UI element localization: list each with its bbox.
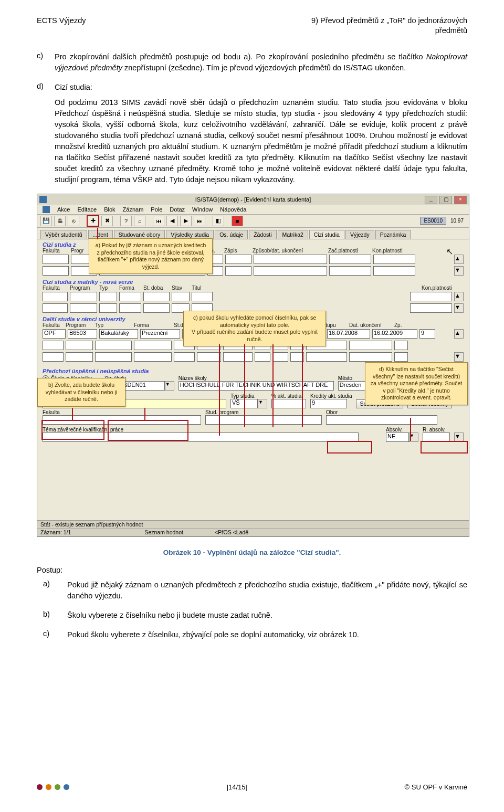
tab-zadosti[interactable]: Žádosti	[249, 230, 276, 239]
input-field[interactable]	[394, 341, 408, 350]
input-field[interactable]	[329, 266, 371, 276]
studprogram-field[interactable]	[205, 415, 322, 425]
scroll-down-icon[interactable]: ▼	[454, 266, 464, 276]
typstudia-field[interactable]: VŠ	[230, 399, 258, 408]
input-field[interactable]	[306, 352, 347, 362]
fakulta-field[interactable]: OPF	[43, 329, 66, 339]
input-field[interactable]	[225, 255, 251, 264]
menu-item[interactable]: Dotaz	[170, 206, 185, 213]
nazev-skoly-field[interactable]: HOCHSCHULE FÜR TECHNIK UND WIRTSCHAFT DR…	[178, 381, 334, 391]
tab-cizistudia[interactable]: Cizí studia	[309, 230, 344, 239]
maximize-button[interactable]: ▢	[439, 196, 452, 204]
minimize-button[interactable]: _	[425, 196, 437, 204]
input-field[interactable]	[43, 303, 68, 313]
input-field[interactable]	[99, 303, 117, 313]
tab-obory[interactable]: Studované obory	[114, 230, 165, 239]
typ-field[interactable]: Bakalářský	[99, 329, 138, 339]
input-field[interactable]	[70, 292, 97, 301]
tab-poznamka[interactable]: Poznámka	[375, 230, 411, 239]
forma-field[interactable]: Prezenční	[140, 329, 180, 339]
menu-item[interactable]: Editace	[77, 206, 97, 213]
menu-item[interactable]: Záznam	[123, 206, 144, 213]
program-field[interactable]: B6503	[68, 329, 97, 339]
input-field[interactable]	[255, 352, 270, 362]
toolbar-new-record-button[interactable]: ✚	[87, 215, 99, 227]
input-field[interactable]	[272, 352, 288, 362]
rabsolv-field[interactable]	[423, 433, 450, 442]
input-field[interactable]	[192, 292, 213, 301]
toolbar-stop-icon[interactable]: ■	[232, 216, 243, 226]
obor-field[interactable]	[326, 415, 437, 425]
scroll-down-icon[interactable]: ▼	[454, 352, 464, 362]
input-field[interactable]	[43, 352, 64, 362]
input-field[interactable]	[373, 266, 415, 276]
tab-vyjezdy[interactable]: Výjezdy	[345, 230, 374, 239]
toolbar-island-icon[interactable]: ◧	[213, 216, 224, 226]
input-field[interactable]	[99, 292, 117, 301]
scroll-down-icon[interactable]: ▼	[454, 433, 464, 442]
input-field[interactable]	[66, 341, 93, 350]
toolbar-prev-icon[interactable]: ◀	[166, 216, 178, 226]
pct-field[interactable]	[271, 399, 306, 408]
toolbar-execute-icon[interactable]: ⌕	[134, 216, 145, 226]
input-field[interactable]	[410, 303, 452, 313]
input-field[interactable]	[66, 352, 93, 362]
input-field[interactable]	[143, 303, 170, 313]
tema-field[interactable]	[43, 433, 359, 442]
input-field[interactable]	[349, 341, 392, 350]
tab-matrika2[interactable]: Matrika2	[278, 230, 308, 239]
input-field[interactable]	[134, 341, 172, 350]
menu-item[interactable]: Akce	[57, 206, 70, 213]
input-field[interactable]	[95, 352, 132, 362]
tab-vysledky[interactable]: Výsledky studia	[166, 230, 214, 239]
lov-down-icon[interactable]: ▼	[409, 433, 418, 442]
input-field[interactable]	[197, 352, 221, 362]
input-field[interactable]	[134, 352, 172, 362]
input-field[interactable]	[254, 255, 327, 264]
zp-field[interactable]: 9	[419, 329, 435, 339]
lov-down-icon[interactable]: ▼	[258, 399, 267, 408]
toolbar-last-icon[interactable]: ⏭	[194, 216, 205, 226]
absolv-field[interactable]: NE	[386, 433, 409, 442]
scroll-down-icon[interactable]: ▼	[454, 303, 464, 313]
input-field[interactable]	[43, 292, 68, 301]
tab-osudaje[interactable]: Os. údaje	[215, 230, 248, 239]
fakulta-field2[interactable]	[43, 415, 201, 425]
kredity-field[interactable]: 9	[310, 399, 347, 408]
input-field[interactable]	[349, 352, 392, 362]
scroll-up-icon[interactable]: ▲	[454, 255, 464, 264]
scroll-up-icon[interactable]: ▲	[454, 292, 464, 301]
menu-item[interactable]: Window	[192, 206, 213, 213]
toolbar-next-icon[interactable]: ▶	[180, 216, 192, 226]
toolbar-exit-icon[interactable]: ⎋	[68, 216, 79, 226]
toolbar-save-icon[interactable]: 💾	[40, 216, 52, 226]
input-field[interactable]	[119, 292, 141, 301]
input-field[interactable]	[172, 292, 190, 301]
datukonceni-field[interactable]: 16.02.2009	[372, 329, 417, 339]
input-field[interactable]	[143, 292, 170, 301]
input-field[interactable]	[43, 341, 64, 350]
toolbar-print-icon[interactable]: 🖶	[54, 216, 66, 226]
toolbar-delete-icon[interactable]: ✖	[101, 216, 113, 226]
input-field[interactable]	[410, 292, 452, 301]
input-field[interactable]	[254, 266, 327, 276]
toolbar-query-icon[interactable]: ?	[120, 216, 132, 226]
input-field[interactable]	[43, 255, 69, 264]
input-field[interactable]	[119, 303, 141, 313]
datnastupu-field[interactable]: 16.07.2008	[327, 329, 370, 339]
tab-vyber[interactable]: Výběr studentů	[40, 230, 87, 239]
tab-student[interactable]: ...dent	[88, 230, 113, 239]
input-field[interactable]	[290, 352, 304, 362]
lov-down-icon[interactable]: ▼	[165, 381, 174, 391]
close-button[interactable]: ×	[454, 196, 467, 204]
scroll-up-icon[interactable]: ▲	[454, 329, 464, 339]
toolbar-first-icon[interactable]: ⏮	[153, 216, 164, 226]
menu-item[interactable]: Pole	[151, 206, 162, 213]
menu-item[interactable]: Blok	[104, 206, 115, 213]
input-field[interactable]	[373, 255, 415, 264]
menu-item[interactable]: Nápověda	[220, 206, 246, 213]
input-field[interactable]	[329, 255, 371, 264]
input-field[interactable]	[43, 266, 69, 276]
input-field[interactable]	[225, 266, 251, 276]
input-field[interactable]	[174, 352, 195, 362]
